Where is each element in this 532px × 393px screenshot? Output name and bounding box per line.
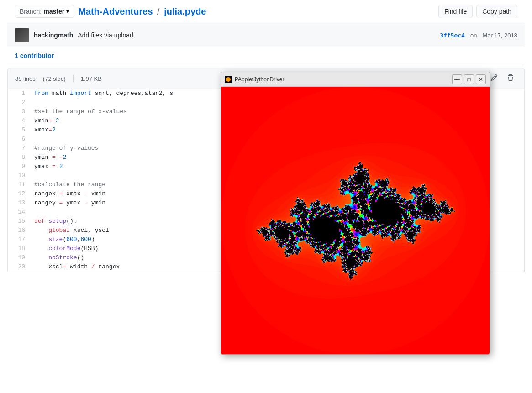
line-number: 13 <box>8 199 31 208</box>
commit-right: 3ff5ec4 on Mar 17, 2018 <box>440 32 517 39</box>
line-number: 11 <box>8 180 31 189</box>
commit-date: Mar 17, 2018 <box>482 32 517 39</box>
popup-close-button[interactable]: ✕ <box>476 74 486 84</box>
contributor-label: contributor <box>20 52 54 59</box>
file-actions <box>488 72 517 85</box>
line-number: 17 <box>8 235 31 244</box>
line-number: 1 <box>8 89 31 98</box>
file-lines: 88 lines <box>15 75 36 82</box>
line-number: 15 <box>8 217 31 226</box>
find-file-button[interactable]: Find file <box>438 5 473 18</box>
commit-hash[interactable]: 3ff5ec4 <box>440 32 465 39</box>
header-right: Find file Copy path <box>438 5 517 18</box>
branch-name: master <box>43 8 64 15</box>
svg-point-0 <box>226 77 231 82</box>
commit-date-prefix: on <box>470 32 477 39</box>
commit-message: Add files via upload <box>78 31 133 39</box>
breadcrumb: Math-Adventures / julia.pyde <box>78 6 206 17</box>
stats-divider <box>73 75 74 82</box>
line-number: 20 <box>8 262 31 272</box>
file-stats: 88 lines (72 sloc) 1.97 KB <box>15 75 102 82</box>
line-number: 14 <box>8 208 31 217</box>
line-number: 12 <box>8 189 31 199</box>
commit-author[interactable]: hackingmath <box>34 31 73 39</box>
file-name: julia.pyde <box>164 6 206 16</box>
breadcrumb-separator: / <box>157 6 160 16</box>
line-number: 19 <box>8 253 31 262</box>
contributors-bar: 1 contributor <box>7 47 525 64</box>
line-number: 6 <box>8 135 31 144</box>
popup-restore-button[interactable]: □ <box>464 74 474 84</box>
copy-path-button[interactable]: Copy path <box>476 5 517 18</box>
commit-bar: hackingmath Add files via upload 3ff5ec4… <box>7 23 525 47</box>
branch-label: Branch: <box>20 8 42 15</box>
popup-title-text: PAppletJythonDriver <box>235 76 284 83</box>
chevron-down-icon: ▾ <box>66 8 69 15</box>
line-number: 18 <box>8 244 31 253</box>
line-number: 4 <box>8 116 31 126</box>
popup-content <box>221 87 490 279</box>
delete-button[interactable] <box>504 72 517 85</box>
branch-selector[interactable]: Branch: master ▾ <box>15 5 74 18</box>
line-number: 2 <box>8 98 31 107</box>
popup-title-left: PAppletJythonDriver <box>225 76 284 83</box>
popup-minimize-button[interactable]: — <box>452 74 462 84</box>
contributors-link[interactable]: 1 contributor <box>15 52 54 59</box>
fractal-canvas <box>221 87 490 279</box>
header-bar: Branch: master ▾ Math-Adventures / julia… <box>7 0 525 23</box>
contributor-count: 1 <box>15 52 18 59</box>
line-number: 5 <box>8 126 31 135</box>
avatar <box>15 28 29 42</box>
line-number: 3 <box>8 107 31 116</box>
commit-left: hackingmath Add files via upload <box>15 28 133 42</box>
file-sloc: (72 sloc) <box>43 75 66 82</box>
avatar-image <box>15 28 29 42</box>
line-number: 9 <box>8 162 31 171</box>
popup-controls: — □ ✕ <box>452 74 486 84</box>
line-number: 7 <box>8 144 31 153</box>
line-number: 16 <box>8 226 31 235</box>
popup-app-icon <box>225 76 232 83</box>
popup-titlebar: PAppletJythonDriver — □ ✕ <box>221 72 490 87</box>
header-left: Branch: master ▾ Math-Adventures / julia… <box>15 5 206 18</box>
line-number: 8 <box>8 153 31 162</box>
line-number: 10 <box>8 171 31 180</box>
repo-link[interactable]: Math-Adventures <box>78 6 153 16</box>
popup-window[interactable]: PAppletJythonDriver — □ ✕ <box>221 72 490 279</box>
file-size: 1.97 KB <box>81 75 102 82</box>
